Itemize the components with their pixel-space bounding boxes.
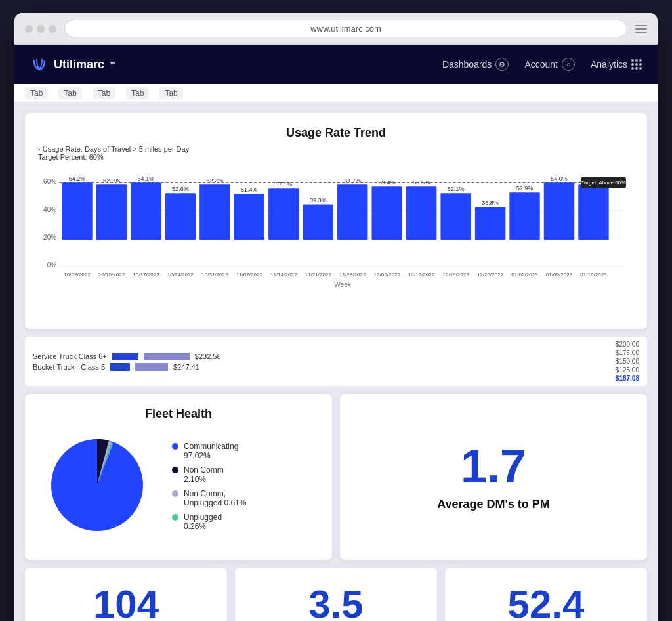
legend-noncomm-percent: 2.10% [184, 475, 224, 484]
svg-text:10/03/2022: 10/03/2022 [64, 272, 91, 278]
legend-noncomm-unplugged: Non Comm, Unplugged 0.61% [172, 489, 246, 507]
app-logo[interactable]: Utilimarc™ [30, 55, 116, 74]
logo-text: Utilimarc [54, 58, 104, 72]
svg-text:01/09/2023: 01/09/2023 [546, 272, 573, 278]
svg-rect-51 [544, 182, 574, 240]
svg-text:60%: 60% [43, 178, 56, 185]
strip-tab-1[interactable]: Tab [25, 87, 48, 99]
svg-text:64.1%: 64.1% [138, 175, 155, 182]
fleet-health-pie [38, 426, 156, 547]
legend-unplugged-percent: 0.26% [184, 522, 222, 531]
svg-text:64.0%: 64.0% [551, 175, 568, 182]
avg-work-order-value: 3.5 [308, 585, 363, 622]
avg-dm-value: 1.7 [461, 442, 526, 490]
table-strip: Service Truck Class 6+ $232.56 Bucket Tr… [25, 337, 647, 386]
svg-text:59.5%: 59.5% [413, 179, 430, 186]
nav-items: Dashboards ⚙ Account ○ Analytics [442, 58, 642, 71]
svg-text:64.2%: 64.2% [69, 175, 86, 182]
strip-tab-5[interactable]: Tab [159, 87, 182, 99]
svg-text:0%: 0% [47, 261, 57, 268]
browser-dot-close[interactable] [25, 25, 33, 33]
legend-communicating: Communicating 97.02% [172, 442, 246, 460]
svg-text:10/31/2022: 10/31/2022 [201, 272, 228, 278]
svg-rect-45 [475, 207, 505, 240]
svg-text:11/07/2022: 11/07/2022 [236, 272, 263, 278]
url-bar[interactable]: www.utilimarc.com [64, 20, 627, 37]
middle-row: Fleet Health [25, 394, 647, 560]
strip-tab-4[interactable]: Tab [126, 87, 149, 99]
legend-dot-unplugged [172, 514, 178, 521]
svg-text:Target: Above 60%: Target: Above 60% [581, 180, 626, 186]
svg-text:61.7%: 61.7% [344, 177, 361, 184]
legend-dot-noncomm-unplugged [172, 490, 178, 497]
nav-dashboards[interactable]: Dashboards ⚙ [442, 58, 509, 71]
legend-unplugged: Unplugged 0.26% [172, 513, 246, 531]
svg-rect-48 [509, 192, 539, 240]
svg-rect-18 [165, 193, 196, 240]
svg-text:Week: Week [334, 281, 352, 288]
nav-analytics[interactable]: Analytics [591, 59, 642, 70]
browser-menu-icon[interactable] [635, 25, 647, 33]
svg-text:11/28/2022: 11/28/2022 [339, 272, 366, 278]
dashboard-strip: Tab Tab Tab Tab Tab [14, 84, 658, 102]
logo-trademark: ™ [110, 61, 116, 68]
nav-account[interactable]: Account ○ [524, 58, 575, 71]
svg-text:01/16/2023: 01/16/2023 [580, 272, 607, 278]
browser-chrome: www.utilimarc.com [14, 13, 658, 45]
svg-rect-39 [406, 186, 436, 240]
usage-rate-title: Usage Rate Trend [38, 126, 634, 140]
svg-rect-21 [200, 184, 230, 240]
svg-text:52.9%: 52.9% [516, 185, 534, 192]
avg-work-hours-card: 52.4 Average # Work Hours Open [445, 568, 647, 621]
svg-text:12/26/2022: 12/26/2022 [477, 272, 504, 278]
dashboards-settings-icon: ⚙ [495, 58, 509, 71]
svg-rect-30 [303, 204, 333, 239]
svg-rect-15 [131, 182, 161, 240]
browser-window: www.utilimarc.com Utilimarc™ Dashboards … [14, 13, 658, 621]
svg-text:62.0%: 62.0% [103, 177, 120, 184]
legend-dot-communicating [172, 443, 178, 450]
svg-text:12/05/2022: 12/05/2022 [374, 272, 401, 278]
svg-text:57.1%: 57.1% [275, 181, 292, 188]
svg-text:12/12/2022: 12/12/2022 [408, 272, 435, 278]
avg-dm-label: Average DM's to PM [437, 498, 550, 511]
svg-text:52.1%: 52.1% [448, 186, 465, 192]
table-row-1-label: Service Truck Class 6+ [33, 353, 107, 360]
total-down-vehicles-card: 104 Total Down Vehicles [25, 568, 227, 621]
nav-account-label: Account [524, 59, 558, 70]
main-content: Usage Rate Trend › Usage Rate: Days of T… [14, 102, 658, 621]
svg-rect-9 [62, 182, 92, 240]
app-nav: Utilimarc™ Dashboards ⚙ Account ○ Analyt… [14, 45, 658, 84]
legend-communicating-percent: 97.02% [184, 451, 238, 460]
nav-analytics-label: Analytics [591, 59, 627, 70]
svg-rect-24 [234, 194, 264, 240]
svg-rect-36 [371, 186, 402, 240]
svg-text:40%: 40% [43, 206, 56, 213]
strip-tab-2[interactable]: Tab [58, 87, 81, 99]
svg-text:12/19/2022: 12/19/2022 [442, 272, 469, 278]
svg-text:10/10/2022: 10/10/2022 [98, 272, 125, 278]
svg-rect-54 [578, 184, 608, 240]
svg-rect-33 [337, 184, 368, 240]
usage-rate-card: Usage Rate Trend › Usage Rate: Days of T… [25, 113, 647, 329]
browser-dot-maximize[interactable] [49, 25, 56, 33]
table-row-2-label: Bucket Truck - Class 5 [33, 363, 105, 371]
svg-text:51.4%: 51.4% [241, 186, 258, 193]
strip-tab-3[interactable]: Tab [93, 87, 116, 99]
fleet-health-inner: Communicating 97.02% Non Comm 2.10% [38, 426, 319, 547]
avg-dm-card: 1.7 Average DM's to PM [340, 394, 647, 560]
legend-dot-noncomm [172, 467, 178, 473]
svg-text:52.6%: 52.6% [172, 186, 189, 192]
browser-dot-minimize[interactable] [37, 25, 45, 33]
bottom-row: 104 Total Down Vehicles 3.5 Average Work… [25, 568, 647, 621]
usage-rate-svg: 60% 40% 20% 0% 64.2% 10/03/2022 [38, 171, 634, 316]
chart-subtitle: › Usage Rate: Days of Travel > 5 miles p… [38, 145, 634, 161]
table-row-1-val3: $232.56 [195, 353, 221, 360]
legend-communicating-label: Communicating [184, 442, 238, 451]
svg-text:10/17/2022: 10/17/2022 [133, 272, 159, 278]
legend-unplugged-label: Unplugged [184, 513, 222, 522]
avg-work-hours-value: 52.4 [508, 585, 585, 622]
svg-text:39.3%: 39.3% [310, 197, 327, 203]
fleet-health-legend: Communicating 97.02% Non Comm 2.10% [172, 442, 246, 531]
table-row-2-val3: $247.41 [173, 363, 200, 371]
